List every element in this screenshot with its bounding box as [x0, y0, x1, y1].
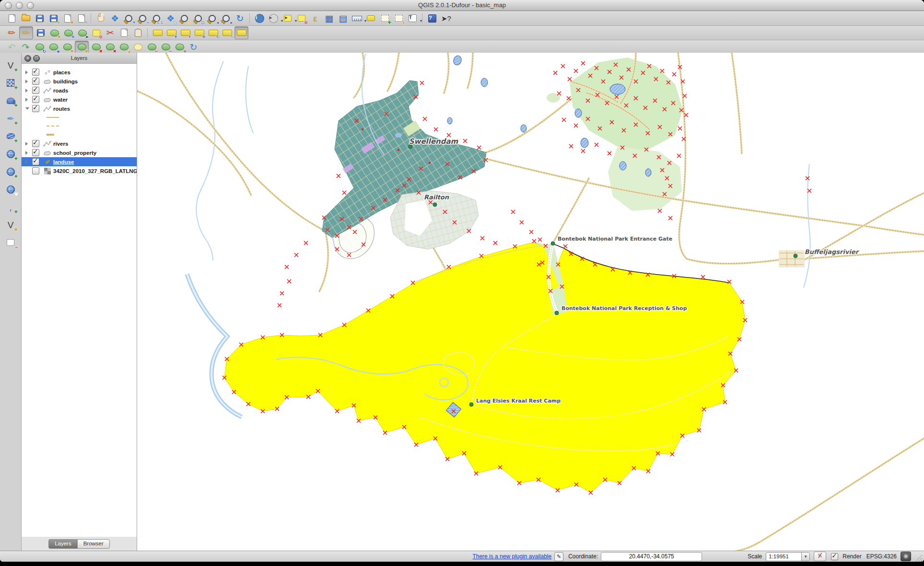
pin-labels-icon[interactable]: ▼ — [165, 27, 178, 39]
delete-ring-icon[interactable]: ✖ — [90, 41, 103, 53]
layer-visibility-checkbox[interactable] — [32, 69, 39, 76]
help-contents-icon[interactable]: ? — [426, 12, 439, 24]
add-part-icon[interactable]: ✱ — [75, 41, 89, 54]
zoom-full-icon[interactable]: ❖▢ — [164, 12, 177, 24]
pan-map-icon[interactable] — [94, 12, 107, 24]
move-feature-icon[interactable]: ❖ — [62, 27, 75, 39]
save-project-as-icon[interactable]: ✎ — [47, 12, 60, 24]
layer-item-routes[interactable]: routes — [22, 104, 137, 113]
zoom-last-icon[interactable]: ◂ — [206, 12, 219, 24]
expander-icon[interactable] — [25, 80, 30, 83]
add-delimited-text-layer-icon[interactable]: ,✚ — [3, 200, 18, 214]
simplify-feature-icon[interactable]: ◆ — [47, 41, 60, 53]
expander-icon[interactable] — [25, 98, 30, 102]
tab-layers[interactable]: Layers — [48, 539, 77, 549]
layer-item-roads[interactable]: roads — [22, 86, 137, 95]
pan-to-selection-icon[interactable]: ❖ — [108, 12, 121, 24]
add-wms-layer-icon[interactable]: ✚ — [3, 147, 18, 161]
add-feature-icon[interactable]: ✱ — [48, 27, 61, 39]
node-tool-icon[interactable]: ➤ — [76, 27, 89, 39]
new-bookmark-icon[interactable]: ✚ — [378, 12, 391, 24]
layer-symbology-item[interactable] — [22, 122, 137, 130]
reshape-features-icon[interactable]: ◢ — [117, 41, 130, 53]
layer-visibility-checkbox[interactable] — [32, 96, 39, 103]
add-ring-icon[interactable]: ✱ — [61, 41, 74, 53]
add-postgis-layer-icon[interactable]: ✚ — [3, 94, 18, 107]
split-parts-icon[interactable]: ✂ — [159, 41, 172, 53]
save-project-icon[interactable] — [33, 12, 46, 24]
plugin-icon[interactable]: ✎ — [554, 552, 563, 561]
save-layer-edits-icon[interactable]: ✏ — [34, 27, 47, 39]
run-feature-action-icon[interactable]: ▸▾ — [267, 12, 280, 24]
zoom-to-layer-icon[interactable]: ▤ — [192, 12, 205, 24]
zoom-in-icon[interactable]: + — [122, 12, 135, 24]
undo-icon[interactable]: ↶ — [5, 41, 18, 53]
render-checkbox[interactable] — [831, 553, 838, 560]
layer-item-buildings[interactable]: buildings — [22, 77, 137, 86]
layer-item-rivers[interactable]: rivers — [22, 139, 137, 148]
whats-this-icon[interactable]: ➤? — [440, 12, 453, 24]
rotate-label-icon[interactable]: ↻ — [207, 27, 220, 39]
field-calculator-icon[interactable]: ▤ — [337, 12, 350, 24]
new-project-icon[interactable] — [5, 12, 18, 24]
add-raster-layer-icon[interactable]: ✚ — [3, 76, 18, 90]
text-annotation-icon[interactable]: T▾ — [406, 12, 419, 24]
toggle-editing-icon[interactable]: ✏ — [19, 26, 33, 39]
add-mssql-layer-icon[interactable]: ✚ — [3, 129, 18, 143]
zoom-next-icon[interactable]: ▸ — [220, 12, 233, 24]
cut-features-icon[interactable]: ✂ — [104, 27, 117, 39]
panel-float-icon[interactable]: ❐ — [33, 55, 40, 62]
delete-selected-icon[interactable]: ⊘ — [90, 27, 103, 39]
label-properties-icon[interactable] — [234, 26, 248, 39]
expander-icon[interactable] — [25, 151, 30, 155]
labeling-icon[interactable] — [151, 27, 164, 39]
resize-grip[interactable] — [915, 554, 922, 562]
copy-features-icon[interactable]: ▢ — [117, 27, 130, 39]
layer-symbology-item[interactable] — [22, 130, 137, 139]
layers-panel-titlebar[interactable]: ✕ ❐ Layers — [22, 53, 137, 64]
show-bookmarks-icon[interactable]: ▸ — [392, 12, 405, 24]
expander-icon[interactable] — [25, 89, 30, 92]
add-vector-layer-icon[interactable]: V✚ — [3, 58, 18, 72]
layer-visibility-checkbox[interactable] — [32, 105, 39, 112]
rotate-point-symbols-icon[interactable]: ↻ — [187, 41, 200, 53]
layer-visibility-checkbox[interactable] — [32, 78, 39, 85]
remove-layer-icon[interactable]: − — [3, 236, 18, 249]
add-wcs-layer-icon[interactable]: ✚ — [3, 165, 18, 178]
layer-visibility-checkbox[interactable] — [32, 140, 39, 147]
measure-icon[interactable]: ▾ — [351, 12, 363, 24]
add-wfs-layer-icon[interactable]: V — [3, 183, 18, 196]
layers-tree[interactable]: placesbuildingsroadswaterroutesriverssch… — [22, 64, 137, 537]
titlebar[interactable]: QGIS 2.0.1-Dufour - basic_map — [0, 0, 924, 11]
identify-features-icon[interactable]: i — [253, 12, 266, 24]
add-spatialite-layer-icon[interactable]: ✒✚ — [3, 112, 18, 125]
stop-render-button[interactable]: ✎∕ — [814, 552, 826, 561]
expander-icon[interactable] — [25, 142, 30, 146]
layer-visibility-checkbox[interactable] — [32, 87, 39, 94]
new-print-composer-icon[interactable]: ✎ — [75, 12, 88, 24]
scale-combo[interactable]: 1:19951 ▼ — [766, 552, 810, 561]
new-shapefile-layer-icon[interactable]: V✱ — [3, 218, 18, 231]
change-label-icon[interactable]: ✎ — [221, 27, 234, 39]
zoom-to-selection-icon[interactable]: ▢ — [178, 12, 191, 24]
zoom-out-icon[interactable]: − — [136, 12, 149, 24]
expander-icon[interactable] — [25, 70, 30, 74]
tab-browser[interactable]: Browser — [77, 539, 110, 549]
save-as-image-icon[interactable]: ✱ — [61, 12, 74, 24]
current-edits-icon[interactable]: ✏▾ — [5, 27, 18, 39]
delete-part-icon[interactable]: ✖ — [104, 41, 117, 53]
layer-visibility-checkbox[interactable] — [32, 149, 39, 156]
layer-item-3420C_2010_327_RGB_LATLNG[interactable]: 3420C_2010_327_RGB_LATLNG — [22, 166, 137, 175]
redo-icon[interactable]: ↷ — [19, 41, 32, 53]
zoom-native-icon[interactable]: 1:1 — [150, 12, 163, 24]
merge-features-icon[interactable]: ≈ — [173, 41, 186, 53]
offset-curve-icon[interactable] — [131, 41, 144, 53]
layer-symbology-item[interactable] — [22, 113, 137, 122]
layer-item-water[interactable]: water — [22, 95, 137, 104]
select-by-expression-icon[interactable]: ε — [309, 12, 322, 24]
map-tips-icon[interactable] — [364, 12, 377, 24]
layer-item-school_property[interactable]: school_property — [22, 148, 137, 157]
deselect-features-icon[interactable]: ⊘ — [295, 12, 308, 24]
refresh-map-icon[interactable]: ↻ — [234, 12, 246, 24]
plugin-available-link[interactable]: There is a new plugin available — [472, 553, 551, 560]
